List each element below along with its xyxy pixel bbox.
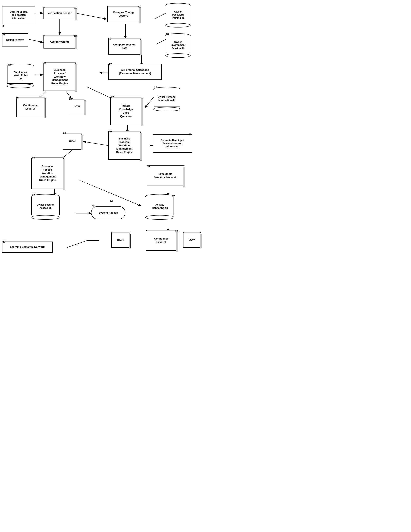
bpwm-29-box: Business Process / Workflow Management R… — [108, 131, 141, 160]
num-user-input: 3 — [2, 24, 4, 27]
num-neural: 11 — [2, 32, 5, 35]
num-low-23: 23¹ — [69, 97, 73, 100]
num-owner-env: 15 — [166, 33, 169, 36]
executable-semantic-box: Executable Semantic Network — [147, 166, 184, 186]
high-bottom-box: HIGH — [111, 232, 129, 247]
ai-personal-box: AI Personal Questions (Response Measurem… — [108, 64, 162, 80]
num-system-access: 37 — [92, 205, 94, 208]
user-input-box: User input data and session information — [2, 6, 35, 24]
learning-semantic-box: Learning Semantic Network — [2, 242, 53, 253]
num-owner-personal: 25 — [154, 86, 157, 89]
owner-personal-db: Owner Personal Information db — [154, 87, 180, 109]
low-bottom-box: LOW — [183, 232, 200, 247]
num-conf-23: 23 — [17, 96, 20, 99]
svg-line-3 — [76, 13, 107, 19]
num-bpwm-29: 29 — [109, 130, 112, 133]
num-compare-timing: 7 — [137, 6, 139, 9]
num-initiate-kb: 27 — [111, 95, 114, 99]
return-user-box: Return to User input data and session in… — [153, 134, 192, 152]
num-activity-monitoring: 39 — [172, 194, 175, 197]
svg-line-7 — [29, 39, 43, 42]
num-verification: 9 — [74, 6, 75, 9]
confidence-rules-db: Confidence Level / Rules db — [7, 64, 33, 86]
neural-network-box: Neural Network — [2, 33, 28, 47]
bpwm-33-box: Business Process / Workflow Management R… — [31, 158, 64, 189]
num-learning-semantic: 43 — [2, 240, 5, 243]
num-bpwm-19: 19 — [43, 62, 46, 65]
initiate-kb-box: Initiate Knowledge Base Question — [110, 97, 142, 125]
owner-password-db: Owner Password Training db — [166, 3, 190, 25]
diagram: User input data and session information … — [0, 0, 206, 266]
compare-timing-box: Compare Timing Vectors — [107, 6, 140, 22]
bpwm-19-box: Business Process / Workflow Management R… — [43, 63, 76, 91]
num-ai-personal: 17 — [109, 63, 112, 66]
confidence-level-23-box: Confidence Level % — [16, 97, 45, 117]
svg-line-8 — [156, 39, 166, 45]
num-return-user: 3 — [189, 133, 191, 135]
svg-line-17 — [83, 142, 108, 145]
num-conf-rules: 21 — [8, 63, 10, 66]
num-bpwm-33: 33 — [32, 156, 35, 159]
num-executable: 41 — [147, 164, 150, 167]
m-label: M — [110, 199, 113, 202]
low-23-box: LOW — [69, 99, 85, 114]
num-compare-session: 13 — [108, 38, 111, 40]
confidence-level-42-box: Confidence Level % — [146, 230, 177, 251]
system-access-oval: System Access — [91, 206, 125, 219]
verification-sensor-box: Verification Sensor — [43, 7, 76, 19]
num-conf-42: 42 — [175, 229, 178, 232]
assign-weights-box: Assign Weights — [43, 35, 76, 48]
svg-line-15 — [145, 97, 154, 108]
svg-line-25 — [67, 240, 87, 247]
svg-line-4 — [154, 13, 166, 19]
svg-line-14 — [87, 87, 113, 99]
owner-env-db: Owner Environment Session db — [166, 33, 190, 56]
num-assign: 12 — [74, 34, 77, 38]
num-owner-security: 35 — [32, 193, 35, 196]
owner-security-db: Owner Security Access db — [31, 194, 60, 217]
high-31-box: HIGH — [63, 133, 82, 150]
num-high-31: 31 — [63, 132, 66, 135]
compare-session-box: Compare Session Data — [108, 38, 141, 55]
activity-monitoring-db: Activity Monitoring db — [146, 194, 174, 217]
